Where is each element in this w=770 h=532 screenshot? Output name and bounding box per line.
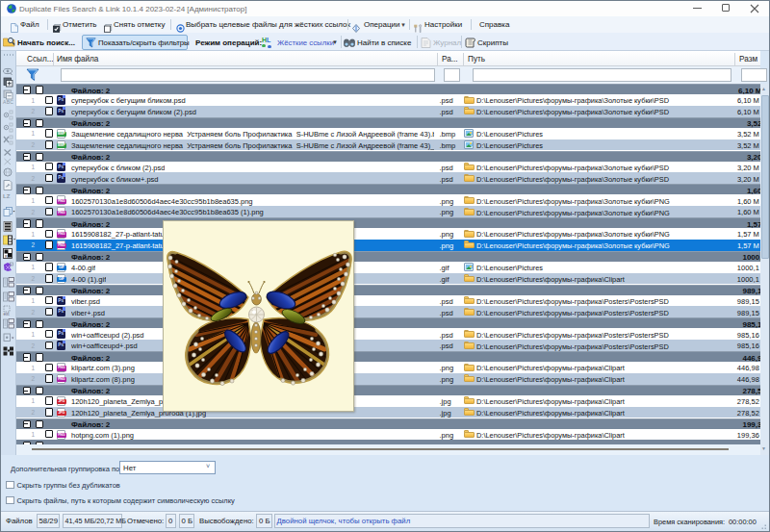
svg-text:R: R xyxy=(5,254,8,259)
